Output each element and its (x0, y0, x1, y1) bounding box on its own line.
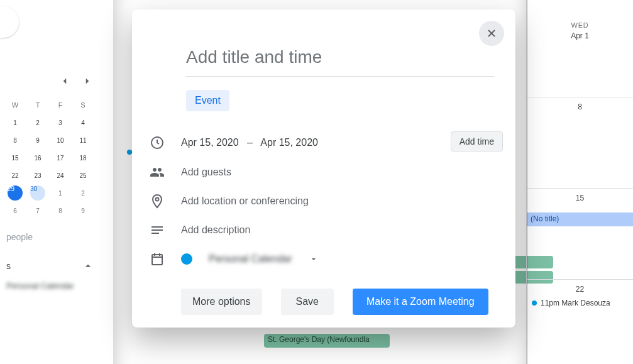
svg-rect-2 (152, 255, 162, 265)
search-people-input[interactable]: people (4, 227, 107, 247)
add-time-button[interactable]: Add time (451, 131, 503, 152)
mini-cal-weekday: S (72, 96, 94, 114)
mini-cal-day[interactable]: 24 (49, 167, 72, 184)
day-number: 8 (578, 102, 582, 111)
mini-cal-day[interactable]: 1 (4, 114, 26, 131)
date-dash: – (247, 137, 253, 148)
close-icon (485, 27, 498, 40)
holiday-chip[interactable]: St. George's Day (Newfoundla (264, 334, 390, 348)
mini-cal-day[interactable]: 23 (26, 167, 49, 184)
timed-event-row[interactable]: 11pm Mark Desouza (532, 299, 610, 307)
calendar-item-label: Personal Calendar (6, 281, 74, 290)
calendar-icon (150, 251, 165, 267)
mini-cal-day[interactable]: 7 (26, 202, 49, 219)
location-icon (150, 194, 165, 209)
mini-cal-day[interactable]: 4 (72, 114, 94, 131)
mini-cal-day[interactable]: 16 (26, 149, 49, 167)
calendar-selector-row[interactable]: Personal Calendar (150, 251, 319, 267)
add-location-row[interactable]: Add location or conferencing (150, 194, 309, 209)
mini-cal-prev[interactable] (59, 75, 70, 90)
add-guests-row[interactable]: Add guests (150, 165, 231, 180)
mini-cal-day[interactable]: 25 (72, 167, 94, 184)
add-guests-label: Add guests (181, 167, 231, 178)
week-cell[interactable]: 8 (527, 97, 633, 188)
mini-cal-day[interactable]: 10 (49, 131, 72, 149)
mini-cal-next[interactable] (82, 75, 93, 90)
my-calendars-header[interactable]: s (4, 255, 107, 277)
mini-cal-day[interactable]: 2 (26, 114, 49, 131)
mini-cal-weekday: W (4, 96, 26, 114)
mini-cal-day[interactable]: 11 (72, 131, 94, 149)
mini-cal-day[interactable]: 6 (4, 202, 26, 219)
chevron-down-icon (309, 254, 319, 264)
create-button[interactable] (0, 6, 19, 38)
mini-cal-day-today[interactable]: 30 (26, 184, 49, 202)
week-column-wed: WED Apr 1 8 15 (No title) 22 11pm Mark D… (526, 0, 633, 364)
mini-cal-day[interactable]: 1 (49, 184, 72, 202)
close-button[interactable] (479, 21, 504, 46)
mini-cal-day[interactable]: 22 (4, 167, 26, 184)
calendar-name-label: Personal Calendar (209, 253, 292, 265)
event-dot-icon (127, 150, 132, 155)
tab-event[interactable]: Event (186, 90, 229, 111)
save-button[interactable]: Save (281, 289, 334, 315)
sidebar: W T F S 1 2 3 4 8 9 10 11 15 16 17 18 22… (0, 0, 107, 364)
make-zoom-meeting-button[interactable]: Make it a Zoom Meeting (353, 289, 488, 315)
event-dot-icon (532, 301, 537, 306)
event-time-row[interactable]: Apr 15, 2020 – Apr 15, 2020 (150, 135, 318, 150)
weekday-label: WED (527, 0, 633, 29)
mini-cal-weekday: F (49, 96, 72, 114)
week-cell[interactable]: 15 (No title) (527, 188, 633, 279)
mini-cal-day[interactable]: 3 (49, 114, 72, 131)
day-number: 15 (576, 194, 584, 202)
mini-cal-day[interactable]: 2 (72, 184, 94, 202)
more-options-button[interactable]: More options (181, 289, 262, 315)
clock-icon (150, 135, 165, 150)
mini-calendar: W T F S 1 2 3 4 8 9 10 11 15 16 17 18 22… (0, 75, 107, 294)
add-description-label: Add description (181, 224, 250, 236)
quick-create-event-dialog: Event Apr 15, 2020 – Apr 15, 2020 Add ti… (132, 9, 515, 328)
day-number: 22 (576, 285, 584, 294)
mini-cal-day-selected[interactable]: 29 (4, 184, 26, 202)
guests-icon (150, 165, 165, 180)
mini-cal-day[interactable]: 18 (72, 149, 94, 167)
svg-point-1 (156, 198, 159, 201)
mini-cal-day[interactable]: 8 (49, 202, 72, 219)
mini-cal-day[interactable]: 15 (4, 149, 26, 167)
mini-cal-day[interactable]: 17 (49, 149, 72, 167)
event-label: 11pm Mark Desouza (541, 299, 610, 307)
week-cell[interactable]: 22 11pm Mark Desouza (527, 279, 633, 364)
event-title-input[interactable] (186, 47, 494, 77)
calendar-color-dot (181, 253, 192, 265)
mini-cal-weekday: T (26, 96, 49, 114)
add-location-label: Add location or conferencing (181, 196, 309, 207)
event-end-date[interactable]: Apr 15, 2020 (260, 137, 318, 148)
mini-cal-day[interactable]: 9 (72, 202, 94, 219)
event-start-date[interactable]: Apr 15, 2020 (181, 137, 239, 148)
mini-cal-day[interactable]: 9 (26, 131, 49, 149)
add-description-row[interactable]: Add description (150, 223, 250, 238)
event-chip-no-title[interactable]: (No title) (527, 212, 633, 226)
my-calendars-label: s (6, 261, 11, 271)
mini-cal-day[interactable]: 8 (4, 131, 26, 149)
weekday-date[interactable]: Apr 1 (527, 31, 633, 40)
calendar-list-item[interactable]: Personal Calendar (4, 277, 107, 294)
chevron-up-icon (82, 260, 94, 272)
description-icon (150, 223, 165, 238)
